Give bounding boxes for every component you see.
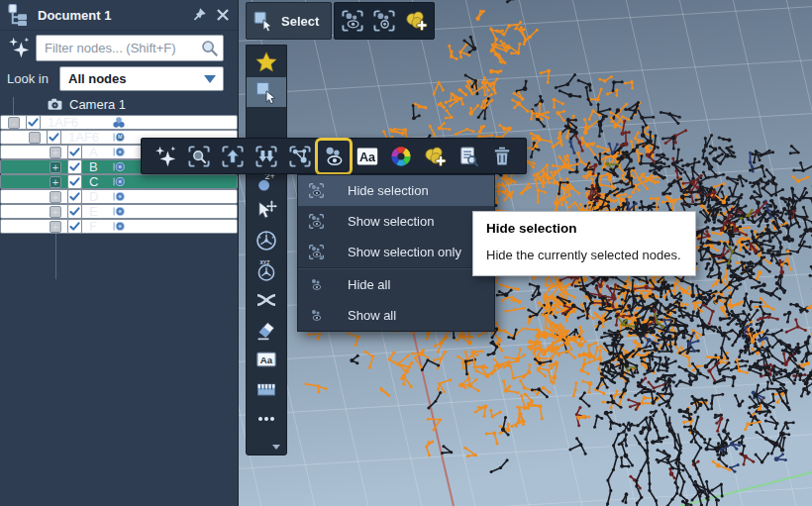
- look-in-select[interactable]: All nodes: [59, 66, 224, 91]
- look-in-value: All nodes: [60, 71, 204, 86]
- dial-icon: [254, 229, 278, 253]
- menu-item-label: Show selection: [348, 214, 434, 229]
- side-tool-labels[interactable]: [247, 345, 286, 374]
- side-tool-eraser[interactable]: [247, 315, 286, 345]
- side-tool-move-tool[interactable]: [247, 196, 286, 226]
- molecule-icon: [1, 116, 237, 129]
- top-button-add-group[interactable]: [401, 6, 431, 36]
- app-window: Document 1 Look in All nodes: [0, 0, 812, 506]
- toggle-selection-visibility-alt-icon: [372, 9, 396, 33]
- move-tool-icon: [254, 199, 278, 223]
- eraser-icon: [254, 318, 278, 342]
- select-tool-icon: [254, 80, 278, 104]
- visibility-icon: [322, 145, 346, 168]
- tree-row-1af6[interactable]: - 1AF6: [0, 115, 238, 130]
- edit-toolbar: [246, 45, 287, 455]
- sparkles-icon: [7, 36, 31, 59]
- side-tool-ruler[interactable]: [247, 374, 286, 404]
- dots-icon: [254, 407, 278, 431]
- menu-item-show-selection-only[interactable]: Show selection only: [298, 237, 494, 267]
- menu-item-hide-all[interactable]: Hide all: [298, 269, 494, 300]
- xyz-dial-icon: [254, 258, 278, 282]
- context-tool-rename[interactable]: [353, 142, 382, 171]
- context-tool-select-connected[interactable]: [285, 142, 315, 171]
- chain-icon: [1, 205, 237, 218]
- side-tool-xyz-dial[interactable]: [247, 255, 286, 285]
- context-tool-delete[interactable]: [487, 142, 517, 171]
- search-icon: [200, 39, 219, 57]
- tree-label: Camera 1: [69, 97, 126, 112]
- menu-item-label: Hide selection: [348, 183, 429, 198]
- active-tool-indicator[interactable]: Select: [246, 2, 332, 40]
- pin-button[interactable]: [190, 6, 208, 24]
- chain-icon: [1, 190, 237, 203]
- menu-item-label: Show selection only: [348, 245, 461, 259]
- menu-item-hide-selection[interactable]: Hide selection: [298, 175, 494, 206]
- side-tool-more[interactable]: [247, 404, 286, 434]
- menu-item-show-selection[interactable]: Show selection: [298, 206, 494, 237]
- tree-row-chain-d[interactable]: + D: [0, 189, 238, 204]
- filter-nodes-input[interactable]: [36, 35, 224, 61]
- select-children-icon: [254, 145, 278, 168]
- tree-row-chain-f[interactable]: + F: [0, 219, 238, 234]
- context-tool-magic-select[interactable]: [151, 142, 180, 171]
- selection-toolbar-buttons: [334, 2, 435, 40]
- label-text-icon: [355, 145, 379, 168]
- label-box-icon: [254, 348, 278, 371]
- tooltip: Hide selection Hide the currently select…: [472, 211, 696, 276]
- document-panel: Document 1 Look in All nodes: [0, 0, 239, 506]
- tooltip-body: Hide the currently selected nodes.: [486, 248, 682, 262]
- side-tool-twist[interactable]: [247, 285, 286, 315]
- side-tool-rotate-dial[interactable]: [247, 226, 286, 255]
- select-parent-icon: [221, 145, 245, 168]
- context-tool-color[interactable]: [386, 142, 416, 171]
- context-tool-zoom-to-selection[interactable]: [184, 142, 214, 171]
- active-tool-label: Select: [281, 14, 319, 29]
- document-tree-icon: [6, 3, 30, 27]
- document-panel-header: Document 1: [0, 0, 238, 31]
- close-button[interactable]: [214, 6, 232, 24]
- add-group-icon: [404, 9, 428, 33]
- tree-row-camera-1[interactable]: Camera 1: [0, 94, 238, 115]
- context-tool-inspect[interactable]: [454, 142, 483, 171]
- chain-icon: [1, 175, 237, 188]
- add-group-icon: [423, 145, 447, 168]
- look-in-label: Look in: [7, 71, 49, 86]
- pin-icon: [190, 6, 208, 24]
- context-tool-add-group[interactable]: [420, 142, 450, 171]
- top-button-toggle-selection-visibility[interactable]: [338, 6, 367, 36]
- context-toolbar: [141, 138, 527, 174]
- menu-item-show-all[interactable]: Show all: [298, 300, 494, 331]
- close-icon: [214, 6, 232, 24]
- inspect-icon: [457, 145, 480, 168]
- side-tool-favorites[interactable]: [247, 48, 286, 77]
- tooltip-title: Hide selection: [486, 221, 682, 236]
- ruler-icon: [254, 377, 278, 401]
- select-connected-icon: [288, 145, 312, 168]
- context-tool-select-parent[interactable]: [218, 142, 248, 171]
- context-tool-visibility[interactable]: [319, 142, 349, 171]
- show-selection-only-icon: [308, 244, 325, 260]
- tree-row-chain-e[interactable]: + E: [0, 204, 238, 219]
- top-button-toggle-selection-visibility-alt[interactable]: [369, 6, 399, 36]
- delete-icon: [490, 145, 514, 168]
- context-tool-select-children[interactable]: [252, 142, 281, 171]
- menu-item-label: Hide all: [348, 277, 390, 292]
- chevron-down-icon: [204, 75, 216, 83]
- sparkles-icon: [153, 145, 177, 168]
- color-wheel-icon: [389, 145, 413, 168]
- show-all-icon: [308, 307, 325, 324]
- visibility-menu: Hide selection Show selection Show selec…: [297, 174, 495, 332]
- chain-icon: [1, 220, 237, 233]
- panel-title: Document 1: [38, 8, 190, 23]
- twist-icon: [254, 288, 278, 312]
- toggle-selection-visibility-icon: [341, 9, 364, 33]
- zoom-selection-icon: [187, 145, 211, 168]
- tree-row-chain-c[interactable]: + C: [0, 174, 238, 189]
- selection-toolbar: Select: [246, 2, 435, 40]
- camera-icon: [47, 96, 63, 113]
- hide-all-icon: [308, 276, 325, 293]
- star-icon: [254, 51, 278, 74]
- look-in-row: Look in All nodes: [0, 66, 238, 92]
- side-tool-select-tool[interactable]: [247, 77, 286, 107]
